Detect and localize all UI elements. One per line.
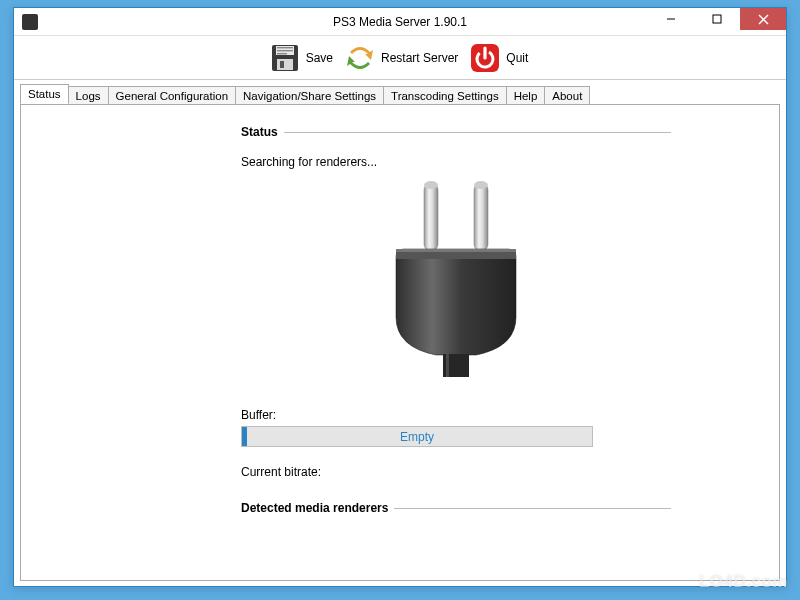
svg-point-15 xyxy=(424,181,438,189)
status-content: Status Searching for renderers... xyxy=(241,125,671,515)
app-icon xyxy=(22,14,38,30)
plug-icon xyxy=(241,177,671,380)
searching-text: Searching for renderers... xyxy=(241,155,671,169)
detected-section-label: Detected media renderers xyxy=(241,501,388,515)
toolbar: Save Restart Server Quit xyxy=(14,36,786,80)
svg-point-17 xyxy=(474,181,488,189)
svg-rect-8 xyxy=(277,53,287,54)
window-controls xyxy=(648,8,786,30)
tab-status[interactable]: Status xyxy=(20,84,69,104)
divider xyxy=(284,132,671,133)
svg-rect-6 xyxy=(277,47,293,48)
tab-transcoding[interactable]: Transcoding Settings xyxy=(383,86,507,105)
status-section-header: Status xyxy=(241,125,671,139)
tab-label: Transcoding Settings xyxy=(391,90,499,102)
tab-label: General Configuration xyxy=(116,90,229,102)
detected-section-header: Detected media renderers xyxy=(241,501,671,515)
tab-label: Status xyxy=(28,88,61,100)
app-window: PS3 Media Server 1.90.1 xyxy=(13,7,787,587)
svg-rect-14 xyxy=(424,183,438,251)
svg-rect-19 xyxy=(396,249,516,252)
maximize-button[interactable] xyxy=(694,8,740,30)
buffer-value: Empty xyxy=(400,430,434,444)
divider xyxy=(394,508,671,509)
save-icon xyxy=(268,41,302,75)
quit-icon xyxy=(468,41,502,75)
save-label: Save xyxy=(306,51,333,65)
restart-label: Restart Server xyxy=(381,51,458,65)
tab-help[interactable]: Help xyxy=(506,86,546,105)
tab-label: Navigation/Share Settings xyxy=(243,90,376,102)
svg-rect-10 xyxy=(280,61,284,68)
svg-rect-7 xyxy=(277,50,293,51)
tab-bar: Status Logs General Configuration Naviga… xyxy=(14,80,786,104)
restart-button[interactable]: Restart Server xyxy=(341,39,464,77)
bitrate-label: Current bitrate: xyxy=(241,465,671,479)
tab-navigation-share[interactable]: Navigation/Share Settings xyxy=(235,86,384,105)
tab-general-configuration[interactable]: General Configuration xyxy=(108,86,237,105)
quit-button[interactable]: Quit xyxy=(466,39,534,77)
titlebar: PS3 Media Server 1.90.1 xyxy=(14,8,786,36)
status-section-label: Status xyxy=(241,125,278,139)
buffer-fill xyxy=(242,427,247,446)
tab-label: About xyxy=(552,90,582,102)
save-button[interactable]: Save xyxy=(266,39,339,77)
tab-panel: Status Searching for renderers... xyxy=(20,104,780,581)
restart-icon xyxy=(343,41,377,75)
tab-label: Help xyxy=(514,90,538,102)
svg-rect-21 xyxy=(446,354,449,377)
svg-rect-9 xyxy=(277,59,293,70)
close-button[interactable] xyxy=(740,8,786,30)
tab-label: Logs xyxy=(76,90,101,102)
minimize-button[interactable] xyxy=(648,8,694,30)
buffer-progress: Empty xyxy=(241,426,593,447)
tab-logs[interactable]: Logs xyxy=(68,86,109,105)
tab-about[interactable]: About xyxy=(544,86,590,105)
buffer-label: Buffer: xyxy=(241,408,671,422)
svg-rect-1 xyxy=(713,15,721,23)
svg-rect-16 xyxy=(474,183,488,251)
quit-label: Quit xyxy=(506,51,528,65)
